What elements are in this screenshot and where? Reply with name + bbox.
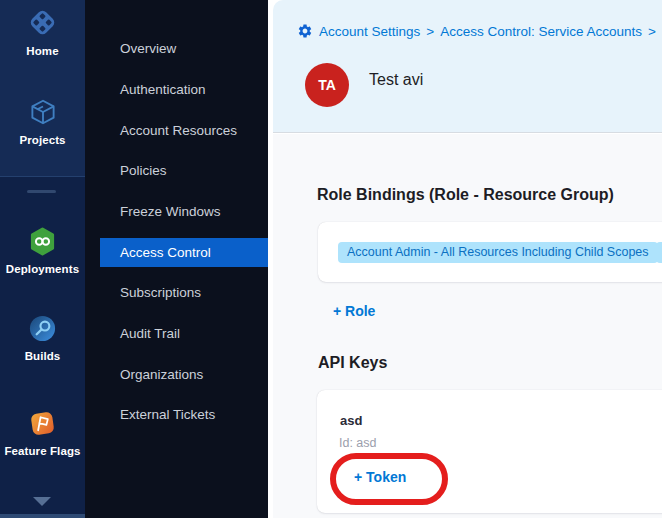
deployments-infinity-icon	[28, 227, 57, 260]
harness-home-icon	[27, 7, 58, 42]
role-bindings-card: Account Admin - All Resources Including …	[318, 222, 662, 282]
feature-flag-icon	[28, 409, 57, 442]
sidebar-item-external-tickets[interactable]: External Tickets	[85, 400, 268, 429]
sidebar-item-label: Feature Flags	[0, 445, 85, 457]
sidebar-item-projects[interactable]: Projects	[0, 97, 85, 146]
avatar: TA	[305, 63, 349, 107]
role-bindings-heading: Role Bindings (Role - Resource Group)	[317, 186, 614, 204]
sidebar-item-access-control[interactable]: Access Control	[100, 238, 268, 267]
sidebar-item-overview[interactable]: Overview	[85, 34, 268, 63]
sidebar-item-audit-trail[interactable]: Audit Trail	[85, 319, 268, 348]
sidebar-bottom-accent	[0, 514, 85, 518]
harness-account-settings-page: Home Projects Deplo	[0, 0, 662, 518]
breadcrumb-separator: >	[648, 24, 656, 39]
main-content: Account Settings > Access Control: Servi…	[268, 0, 662, 518]
breadcrumb-separator: >	[426, 24, 434, 39]
add-token-button[interactable]: + Token	[354, 469, 406, 485]
sidebar-item-freeze-windows[interactable]: Freeze Windows	[85, 197, 268, 226]
sidebar-item-label: Projects	[0, 134, 85, 146]
sidebar-item-builds[interactable]: Builds	[0, 314, 85, 362]
api-key-name: asd	[340, 413, 362, 428]
add-role-button[interactable]: + Role	[333, 303, 375, 319]
builds-magnifier-icon	[28, 314, 57, 347]
breadcrumb-access-control-service-accounts[interactable]: Access Control: Service Accounts	[440, 24, 642, 39]
page-title: Test avi	[369, 71, 423, 89]
sidebar-item-deployments[interactable]: Deployments	[0, 227, 85, 275]
chevron-down-icon[interactable]	[33, 497, 51, 506]
sidebar-item-organizations[interactable]: Organizations	[85, 360, 268, 389]
sidebar-item-account-resources[interactable]: Account Resources	[85, 116, 268, 145]
api-key-id: Id: asd	[339, 436, 377, 450]
sidebar-item-home[interactable]: Home	[0, 7, 85, 57]
api-keys-heading: API Keys	[318, 354, 387, 372]
sidebar-item-authentication[interactable]: Authentication	[85, 75, 268, 104]
cube-icon	[28, 97, 58, 131]
module-sidebar: Home Projects Deplo	[0, 0, 85, 518]
sidebar-item-feature-flags[interactable]: Feature Flags	[0, 409, 85, 457]
role-binding-chip[interactable]: Account Admin - All Resources Including …	[338, 242, 658, 263]
role-binding-chip-overflow[interactable]	[656, 242, 662, 263]
gear-icon	[297, 23, 313, 39]
sidebar-item-label: Builds	[0, 350, 85, 362]
sidebar-item-policies[interactable]: Policies	[85, 156, 268, 185]
sidebar-item-label: Deployments	[0, 263, 85, 275]
settings-sidebar: Overview Authentication Account Resource…	[85, 0, 268, 518]
sidebar-item-label: Home	[0, 45, 85, 57]
page-header: Account Settings > Access Control: Servi…	[273, 0, 662, 133]
breadcrumb: Account Settings > Access Control: Servi…	[297, 23, 656, 39]
sidebar-item-subscriptions[interactable]: Subscriptions	[85, 278, 268, 307]
breadcrumb-account-settings[interactable]: Account Settings	[319, 24, 420, 39]
api-key-card: asd Id: asd + Token	[317, 390, 662, 513]
main-body: Role Bindings (Role - Resource Group) Ac…	[273, 134, 662, 518]
sidebar-divider	[27, 190, 56, 193]
